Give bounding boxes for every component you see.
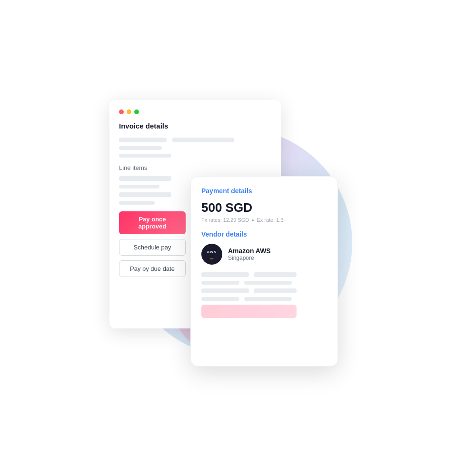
skeleton-block xyxy=(201,288,249,293)
skeleton-block xyxy=(244,297,292,301)
aws-text: aws xyxy=(207,249,217,254)
skeleton-block xyxy=(119,201,155,205)
vendor-info: Amazon AWS Singapore xyxy=(228,247,271,261)
skeleton-block xyxy=(254,272,297,277)
skeleton-block xyxy=(244,281,292,285)
skeleton-row-1 xyxy=(119,138,271,142)
fx-rates-text: Fx rates: 12.29 SGD Ex rate: 1.3 xyxy=(201,217,327,223)
invoice-title: Invoice details xyxy=(119,122,271,130)
ex-rate-value: Ex rate: 1.3 xyxy=(257,217,283,223)
skeleton-block xyxy=(119,192,171,197)
maximize-dot xyxy=(134,109,139,114)
fx-rates-value: Fx rates: 12.29 SGD xyxy=(201,217,249,223)
payment-card: Payment details 500 SGD Fx rates: 12.29 … xyxy=(190,176,338,367)
skeleton-block xyxy=(119,138,167,142)
skeleton-block xyxy=(119,146,162,150)
main-scene: Invoice details Line items Pay on xyxy=(95,71,381,405)
skeleton-block xyxy=(119,154,171,158)
skeleton-block xyxy=(201,297,239,301)
payment-skeleton-1 xyxy=(201,272,327,277)
skeleton-block xyxy=(119,185,159,188)
aws-logo-container: aws ⌣ xyxy=(207,247,217,262)
line-items-label: Line items xyxy=(119,164,271,171)
pay-by-due-date-button[interactable]: Pay by due date xyxy=(119,260,186,277)
vendor-location: Singapore xyxy=(228,255,271,261)
payment-skeleton-3 xyxy=(201,288,327,293)
close-dot xyxy=(119,109,124,114)
aws-smile-icon: ⌣ xyxy=(207,254,217,262)
vendor-avatar: aws ⌣ xyxy=(201,244,222,265)
window-controls xyxy=(119,109,271,114)
skeleton-row-2 xyxy=(119,146,271,150)
fx-dot xyxy=(252,219,254,221)
pink-action-bar[interactable] xyxy=(201,305,297,318)
skeleton-block xyxy=(254,288,297,293)
schedule-pay-button[interactable]: Schedule pay xyxy=(119,239,186,256)
minimize-dot xyxy=(127,109,131,114)
payment-skeleton-4 xyxy=(201,297,327,301)
payment-amount: 500 SGD xyxy=(201,200,327,215)
vendor-row: aws ⌣ Amazon AWS Singapore xyxy=(201,244,327,265)
skeleton-block xyxy=(201,281,239,285)
pay-once-approved-button[interactable]: Pay once approved xyxy=(119,211,186,234)
skeleton-block xyxy=(172,138,234,142)
skeleton-block xyxy=(201,272,249,277)
payment-skeleton-2 xyxy=(201,281,327,285)
payment-details-title: Payment details xyxy=(201,187,327,195)
vendor-name: Amazon AWS xyxy=(228,247,271,255)
vendor-details-title: Vendor details xyxy=(201,230,327,238)
skeleton-row-3 xyxy=(119,154,271,158)
skeleton-block xyxy=(119,176,171,181)
